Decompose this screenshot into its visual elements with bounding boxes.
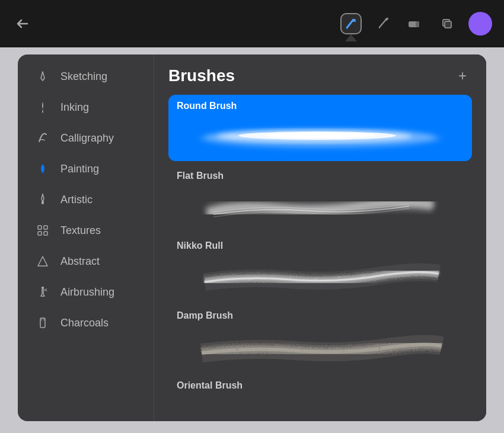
category-sidebar: Sketching Inking Calligraphy: [18, 54, 154, 421]
inking-label: Inking: [60, 101, 89, 114]
layers-tool-button[interactable]: [436, 13, 458, 34]
textures-label: Textures: [60, 224, 101, 237]
brushes-panel: Sketching Inking Calligraphy: [18, 54, 486, 421]
artistic-icon: [34, 193, 51, 206]
add-brush-button[interactable]: +: [453, 66, 472, 85]
painting-icon: [34, 162, 51, 175]
brush-item-flat-brush[interactable]: Flat Brush: [168, 165, 472, 231]
flat-brush-label: Flat Brush: [168, 165, 472, 184]
svg-rect-9: [38, 232, 42, 235]
svg-point-22: [409, 345, 410, 347]
eraser-tool-button[interactable]: [404, 13, 426, 34]
panel-title: Brushes: [168, 66, 235, 85]
airbrushing-label: Airbrushing: [60, 286, 114, 299]
sketching-label: Sketching: [60, 70, 107, 83]
svg-rect-8: [44, 226, 47, 229]
oriental-brush-label: Oriental Brush: [168, 374, 472, 393]
sidebar-item-inking[interactable]: Inking: [23, 92, 149, 122]
charcoals-label: Charcoals: [60, 317, 109, 329]
calligraphy-label: Calligraphy: [60, 132, 114, 145]
brush-item-oriental-brush[interactable]: Oriental Brush: [168, 374, 472, 393]
brush-item-damp-brush[interactable]: Damp Brush: [168, 304, 472, 371]
sidebar-item-painting[interactable]: Painting: [23, 154, 149, 184]
round-brush-preview: [168, 114, 472, 161]
sidebar-item-airbrushing[interactable]: Airbrushing: [23, 277, 149, 307]
damp-brush-label: Damp Brush: [168, 304, 472, 323]
flat-brush-preview: [168, 184, 472, 231]
damp-brush-preview: [168, 323, 472, 371]
artistic-label: Artistic: [60, 194, 92, 206]
svg-point-6: [42, 201, 44, 204]
calligraphy-icon: [34, 131, 51, 145]
brush-item-nikko-rull[interactable]: Nikko Rull: [168, 235, 472, 301]
sketching-icon: [34, 70, 51, 83]
sidebar-item-charcoals[interactable]: Charcoals: [23, 308, 149, 338]
sidebar-item-sketching[interactable]: Sketching: [23, 62, 149, 91]
panel-header: Brushes +: [168, 66, 472, 85]
svg-rect-10: [44, 232, 47, 235]
brushes-list: Brushes + Round Brush: [154, 54, 486, 421]
smudge-tool-button[interactable]: [372, 13, 394, 34]
abstract-label: Abstract: [60, 255, 100, 268]
svg-rect-11: [42, 287, 44, 288]
painting-label: Painting: [60, 163, 99, 175]
svg-rect-7: [38, 226, 42, 229]
brush-item-round-brush[interactable]: Round Brush: [168, 95, 472, 161]
nikko-rull-preview: [168, 254, 472, 301]
svg-rect-5: [445, 21, 451, 28]
toolbar: [0, 0, 504, 47]
abstract-icon: [34, 255, 51, 268]
inking-icon: [34, 101, 51, 114]
sidebar-item-calligraphy[interactable]: Calligraphy: [23, 123, 149, 153]
textures-icon: [34, 224, 51, 237]
sidebar-item-textures[interactable]: Textures: [23, 216, 149, 245]
sidebar-item-artistic[interactable]: Artistic: [23, 185, 149, 214]
svg-rect-3: [416, 21, 419, 27]
brush-tool-button[interactable]: [340, 13, 362, 34]
svg-point-17: [236, 348, 238, 351]
round-brush-label: Round Brush: [168, 95, 472, 114]
toolbar-right: [340, 12, 492, 36]
toolbar-left: [12, 13, 33, 34]
back-arrow-icon[interactable]: [12, 13, 33, 34]
svg-point-20: [343, 351, 345, 353]
charcoals-icon: [34, 316, 51, 329]
svg-point-19: [301, 348, 304, 350]
sidebar-item-abstract[interactable]: Abstract: [23, 246, 149, 276]
svg-point-21: [378, 347, 381, 349]
airbrushing-icon: [34, 286, 51, 299]
svg-point-18: [266, 350, 268, 352]
nikko-rull-label: Nikko Rull: [168, 235, 472, 254]
user-avatar[interactable]: [468, 12, 492, 36]
